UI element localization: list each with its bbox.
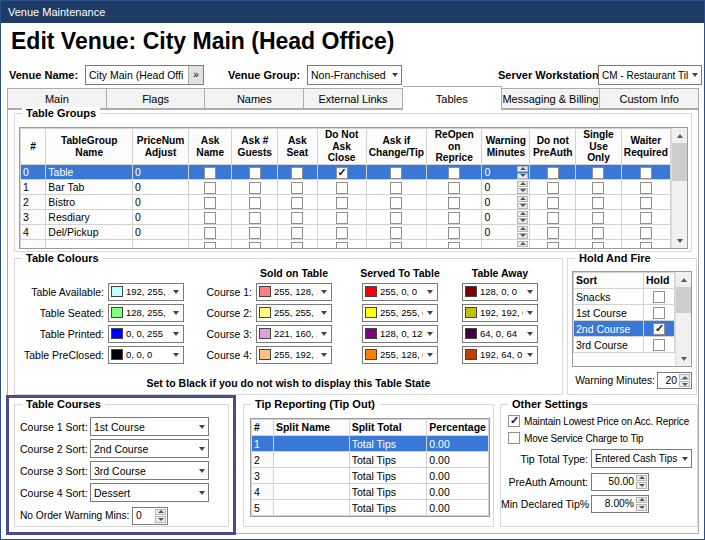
reopen-on-reprice-checkbox[interactable] bbox=[448, 227, 460, 239]
tab-main[interactable]: Main bbox=[7, 88, 107, 109]
table-groups-row[interactable]: 2 Bistro 0 0 bbox=[21, 195, 671, 210]
ask-guests-checkbox[interactable] bbox=[249, 182, 261, 194]
hold-checkbox[interactable] bbox=[653, 323, 665, 335]
ask-if-change-tip-checkbox[interactable] bbox=[390, 227, 402, 239]
away-course-2-color-picker[interactable]: 192, 192, 0 bbox=[462, 304, 538, 322]
course-2-sort-dropdown[interactable]: 2nd Course bbox=[90, 439, 209, 458]
warning-minutes-spinner[interactable]: 20 bbox=[657, 372, 692, 389]
spin-up-icon[interactable] bbox=[517, 226, 528, 232]
warning-minutes-spinner[interactable] bbox=[517, 196, 528, 209]
col-sort[interactable]: Sort bbox=[574, 273, 644, 289]
venue-name-expand-button[interactable]: » bbox=[188, 66, 203, 84]
single-use-only-checkbox[interactable] bbox=[592, 197, 604, 209]
hold-fire-row[interactable]: 2nd Course bbox=[574, 321, 675, 337]
table-groups-row[interactable]: 1 Bar Tab 0 0 bbox=[21, 180, 671, 195]
spin-down-icon[interactable] bbox=[636, 482, 647, 489]
ask-if-change-tip-checkbox[interactable] bbox=[390, 212, 402, 224]
col-num[interactable]: # bbox=[252, 420, 274, 436]
spin-down-icon[interactable] bbox=[679, 381, 690, 387]
preauth-amount-spinner[interactable]: 50.00 bbox=[591, 473, 649, 491]
tip-row[interactable]: 5 Total Tips 0.00 bbox=[252, 500, 489, 516]
do-not-preauth-checkbox[interactable] bbox=[547, 167, 559, 179]
tip-row[interactable]: 3 Total Tips 0.00 bbox=[252, 468, 489, 484]
col-percentage[interactable]: Percentage bbox=[427, 420, 489, 436]
col-ask-seat[interactable]: Ask Seat bbox=[278, 129, 317, 165]
hold-checkbox[interactable] bbox=[653, 339, 665, 351]
sold-course-3-color-picker[interactable]: 221, 160, 221 bbox=[256, 325, 332, 343]
spin-up-icon[interactable] bbox=[517, 196, 528, 202]
ask-guests-checkbox[interactable] bbox=[249, 212, 261, 224]
course-3-sort-dropdown[interactable]: 3rd Course bbox=[90, 461, 209, 480]
tab-custom-info[interactable]: Custom Info bbox=[600, 88, 699, 109]
table-groups-row[interactable]: 4 Del/Pickup 0 0 bbox=[21, 225, 671, 240]
ask-name-checkbox[interactable] bbox=[204, 212, 216, 224]
col-waiter-required[interactable]: Waiter Required bbox=[621, 129, 670, 165]
tab-names[interactable]: Names bbox=[205, 88, 304, 109]
col-do-not-preauth[interactable]: Do not PreAuth bbox=[530, 129, 576, 165]
col-single-use-only[interactable]: Single Use Only bbox=[576, 129, 622, 165]
col-reopen-on-reprice[interactable]: ReOpen on Reprice bbox=[426, 129, 481, 165]
table-printed-color-picker[interactable]: 0, 0, 255 bbox=[108, 325, 184, 343]
ask-name-checkbox[interactable] bbox=[204, 182, 216, 194]
ask-if-change-tip-checkbox[interactable] bbox=[390, 182, 402, 194]
venue-name-input[interactable]: City Main (Head Offi » bbox=[85, 65, 204, 85]
warning-minutes-spinner[interactable] bbox=[517, 166, 528, 179]
do-not-preauth-checkbox[interactable] bbox=[547, 212, 559, 224]
served-course-1-color-picker[interactable]: 255, 0, 0 bbox=[362, 283, 438, 301]
spin-up-icon[interactable] bbox=[636, 475, 647, 482]
single-use-only-checkbox[interactable] bbox=[592, 182, 604, 194]
sold-course-1-color-picker[interactable]: 255, 128, 128 bbox=[256, 283, 332, 301]
ask-seat-checkbox[interactable] bbox=[291, 197, 303, 209]
do-not-ask-close-checkbox[interactable] bbox=[336, 167, 348, 179]
table-groups-row[interactable]: 0 Table 0 0 bbox=[21, 165, 671, 180]
col-split-total[interactable]: Split Total bbox=[349, 420, 427, 436]
ask-guests-checkbox[interactable] bbox=[249, 227, 261, 239]
sold-course-4-color-picker[interactable]: 255, 192, 128 bbox=[256, 346, 332, 364]
maintain-lowest-price-checkbox[interactable] bbox=[508, 415, 520, 427]
ask-if-change-tip-checkbox[interactable] bbox=[390, 197, 402, 209]
min-declared-tip-spinner[interactable]: 8.00% bbox=[591, 495, 649, 513]
spin-up-icon[interactable] bbox=[679, 374, 690, 380]
reopen-on-reprice-checkbox[interactable] bbox=[448, 167, 460, 179]
do-not-preauth-checkbox[interactable] bbox=[547, 197, 559, 209]
ask-name-checkbox[interactable] bbox=[204, 227, 216, 239]
ask-guests-checkbox[interactable] bbox=[249, 197, 261, 209]
hold-checkbox[interactable] bbox=[653, 307, 665, 319]
spin-down-icon[interactable] bbox=[636, 504, 647, 511]
table-preclosed-color-picker[interactable]: 0, 0, 0 bbox=[108, 346, 184, 364]
spin-down-icon[interactable] bbox=[155, 516, 166, 523]
do-not-ask-close-checkbox[interactable] bbox=[336, 182, 348, 194]
no-order-warning-spinner[interactable]: 0 bbox=[132, 507, 168, 525]
tab-tables[interactable]: Tables bbox=[403, 86, 502, 110]
spin-up-icon[interactable] bbox=[155, 509, 166, 516]
waiter-required-checkbox[interactable] bbox=[640, 197, 652, 209]
ask-seat-checkbox[interactable] bbox=[291, 182, 303, 194]
hold-fire-row[interactable]: 3rd Course bbox=[574, 337, 675, 353]
tip-row[interactable]: 1 Total Tips 0.00 bbox=[252, 436, 489, 452]
col-warning-minutes[interactable]: Warning Minutes bbox=[482, 129, 530, 165]
waiter-required-checkbox[interactable] bbox=[640, 167, 652, 179]
col-ask-guests[interactable]: Ask # Guests bbox=[232, 129, 278, 165]
col-pricenum-adjust[interactable]: PriceNum Adjust bbox=[133, 129, 189, 165]
away-course-4-color-picker[interactable]: 192, 64, 0 bbox=[462, 346, 538, 364]
table-available-color-picker[interactable]: 192, 255, 255 bbox=[108, 283, 184, 301]
vertical-scrollbar[interactable] bbox=[675, 272, 691, 366]
reopen-on-reprice-checkbox[interactable] bbox=[448, 182, 460, 194]
spin-up-icon[interactable] bbox=[517, 181, 528, 187]
venue-group-dropdown[interactable]: Non-Franchised bbox=[307, 65, 402, 85]
sold-course-2-color-picker[interactable]: 255, 255, 128 bbox=[256, 304, 332, 322]
course-4-sort-dropdown[interactable]: Dessert bbox=[90, 483, 209, 502]
do-not-ask-close-checkbox[interactable] bbox=[336, 197, 348, 209]
ask-seat-checkbox[interactable] bbox=[291, 227, 303, 239]
course-1-sort-dropdown[interactable]: 1st Course bbox=[90, 417, 209, 436]
col-ask-if-change-tip[interactable]: Ask if Change/Tip bbox=[366, 129, 426, 165]
scrollbar-thumb[interactable] bbox=[672, 143, 687, 181]
scroll-up-icon[interactable] bbox=[672, 128, 687, 143]
tip-total-type-dropdown[interactable]: Entered Cash Tips bbox=[591, 449, 692, 468]
tab-flags[interactable]: Flags bbox=[107, 88, 206, 109]
ask-name-checkbox[interactable] bbox=[204, 167, 216, 179]
scroll-down-icon[interactable] bbox=[676, 351, 691, 366]
single-use-only-checkbox[interactable] bbox=[592, 212, 604, 224]
spin-up-icon[interactable] bbox=[636, 497, 647, 504]
single-use-only-checkbox[interactable] bbox=[592, 227, 604, 239]
